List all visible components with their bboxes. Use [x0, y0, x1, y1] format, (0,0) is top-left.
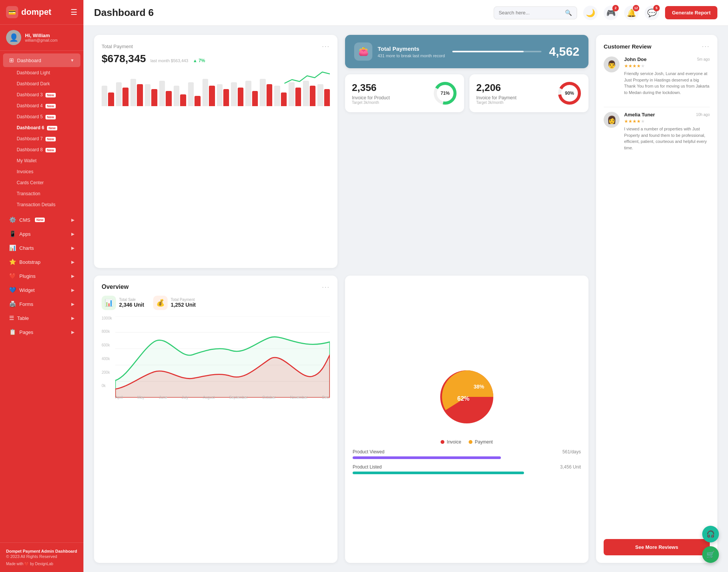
product-viewed-stat: Product Viewed 561/days: [353, 449, 581, 459]
pie-chart: 62% 38%: [433, 363, 501, 431]
dashboard-6-label: Dashboard 6: [17, 125, 44, 130]
sidebar-item-bootstrap[interactable]: ⭐ Bootstrap ▶: [3, 255, 80, 269]
generate-report-button[interactable]: Generate Report: [665, 6, 717, 19]
app-name: dompet: [21, 7, 51, 17]
bar-group-6: [188, 82, 201, 106]
bar-red-5: [180, 94, 186, 107]
sidebar-item-table[interactable]: ☰ Table ▶: [3, 311, 80, 325]
bar-grey-3: [145, 84, 151, 107]
bar-red-11: [267, 84, 272, 107]
pie-legend-payment: Payment: [469, 439, 493, 445]
message-button[interactable]: 💬 5: [645, 6, 659, 20]
invoice-legend-label: Invoice: [447, 439, 461, 445]
pages-label: Pages: [19, 329, 33, 335]
invoice-product-pct: 71%: [441, 91, 450, 96]
invoice-product-target: Target 3k/month: [352, 100, 390, 105]
cms-label: CMS: [19, 217, 30, 223]
total-payment-title: Total Payment: [102, 44, 133, 49]
bar-group-5: [174, 86, 186, 106]
review-time-amelia: 10h ago: [696, 113, 710, 117]
nav-items: ⚙️ CMS New ▶ 📱 Apps ▶ 📊 Charts ▶ ⭐ Boots…: [0, 213, 83, 339]
apps-icon: 📱: [9, 230, 16, 237]
dashboard-5-badge: New: [46, 115, 56, 119]
sidebar-item-widget[interactable]: 💙 Widget ▶: [3, 283, 80, 297]
games-notification-button[interactable]: 🎮 2: [604, 6, 618, 20]
sidebar-item-dashboard-3[interactable]: Dashboard 3 New: [11, 89, 80, 100]
dashboard-menu-item[interactable]: ⊞ Dashboard ▼: [3, 53, 80, 67]
bar-group-10: [245, 81, 258, 107]
sidebar-item-invoices[interactable]: Invoices: [11, 166, 80, 177]
overview-menu[interactable]: ···: [322, 283, 330, 291]
table-icon: ☰: [9, 315, 14, 321]
sidebar-item-charts[interactable]: 📊 Charts ▶: [3, 241, 80, 255]
sidebar-header: 💳 dompet ☰: [0, 0, 83, 25]
sidebar-item-forms[interactable]: 🖨️ Forms ▶: [3, 297, 80, 311]
bootstrap-icon: ⭐: [9, 259, 16, 265]
footer-made-with: Made with ❤️ by DexignLab: [6, 562, 77, 566]
sidebar-item-dashboard-7[interactable]: Dashboard 7 New: [11, 133, 80, 144]
review-stars-john: ★★★★★: [624, 63, 710, 69]
footer-copyright: © 2023 All Rights Reserved: [6, 554, 77, 559]
search-box[interactable]: 🔍: [494, 6, 577, 19]
sidebar-item-cards-center[interactable]: Cards Center: [11, 177, 80, 188]
bar-red-14: [310, 86, 315, 106]
notification-button[interactable]: 🔔 12: [624, 6, 639, 20]
bar-grey-9: [231, 82, 237, 106]
table-label: Table: [17, 315, 29, 321]
cms-badge: New: [35, 218, 45, 222]
sidebar-logo[interactable]: 💳 dompet: [6, 6, 51, 18]
theme-toggle-button[interactable]: 🌙: [583, 6, 598, 20]
sidebar-item-dashboard-6[interactable]: Dashboard 6 New: [11, 122, 80, 133]
customer-review-card: Customer Review ··· 👨 John Doe 5m ago ★★…: [596, 35, 717, 563]
games-badge: 2: [612, 5, 619, 11]
bar-grey-15: [317, 84, 323, 107]
message-badge: 5: [653, 5, 660, 11]
sidebar-item-pages[interactable]: 📋 Pages ▶: [3, 325, 80, 339]
sidebar-item-dashboard-4[interactable]: Dashboard 4 New: [11, 100, 80, 111]
area-chart-svg: [115, 316, 330, 398]
total-payment-stat-value: 1,252 Unit: [171, 302, 196, 308]
total-sale-label: Total Sale: [119, 298, 144, 302]
page-title: Dashboard 6: [94, 7, 154, 19]
blue-total-payments-card: 👛 Total Payments 431 more to break last …: [345, 35, 588, 68]
svg-text:62%: 62%: [457, 395, 469, 402]
dashboard-6-badge: New: [47, 126, 57, 130]
payment-dot: [469, 440, 472, 444]
bar-red-9: [238, 88, 243, 107]
bar-group-7: [202, 79, 215, 106]
support-fab[interactable]: 🎧: [702, 526, 719, 542]
total-payment-stat-icon: 💰: [153, 296, 168, 310]
review-item-john: 👨 John Doe 5m ago ★★★★★ Friendly service…: [604, 56, 710, 96]
total-payment-menu[interactable]: ···: [322, 42, 330, 50]
sidebar-item-dashboard-dark[interactable]: Dashboard Dark: [11, 78, 80, 89]
sidebar-item-apps[interactable]: 📱 Apps ▶: [3, 227, 80, 241]
see-more-reviews-button[interactable]: See More Reviews: [604, 539, 710, 555]
sidebar-item-dashboard-light[interactable]: Dashboard Light: [11, 67, 80, 78]
bar-grey-2: [130, 79, 136, 106]
area-chart: 1000k800k600k400k200k0k AprilMayJ: [102, 316, 330, 400]
bar-chart: [102, 68, 330, 106]
last-month-label: last month $563,443: [151, 58, 188, 63]
bar-grey-0: [102, 86, 107, 106]
sidebar-item-transaction-details[interactable]: Transaction Details: [11, 199, 80, 210]
bar-red-4: [166, 91, 171, 107]
cart-fab[interactable]: 🛒: [702, 546, 719, 563]
sidebar-user-profile[interactable]: 👤 Hi, William william@gmail.com: [0, 25, 83, 51]
sidebar-item-my-wallet[interactable]: My Wallet: [11, 155, 80, 166]
dashboard-light-label: Dashboard Light: [17, 70, 50, 75]
product-listed-bar: [353, 472, 524, 474]
hamburger-icon[interactable]: ☰: [71, 8, 77, 17]
widget-label: Widget: [19, 287, 35, 293]
sidebar-item-transaction[interactable]: Transaction: [11, 188, 80, 199]
sidebar-item-dashboard-5[interactable]: Dashboard 5 New: [11, 111, 80, 122]
sidebar-item-cms[interactable]: ⚙️ CMS New ▶: [3, 213, 80, 227]
sidebar-item-dashboard-8[interactable]: Dashboard 8 New: [11, 144, 80, 155]
bar-grey-7: [202, 79, 208, 106]
sidebar-item-plugins[interactable]: ❤️ Plugins ▶: [3, 269, 80, 283]
transaction-label: Transaction: [17, 191, 40, 196]
search-input[interactable]: [499, 10, 562, 16]
pie-legend: Invoice Payment: [441, 439, 493, 445]
review-menu[interactable]: ···: [702, 42, 710, 50]
bar-red-0: [108, 92, 114, 106]
bar-grey-4: [159, 81, 165, 107]
